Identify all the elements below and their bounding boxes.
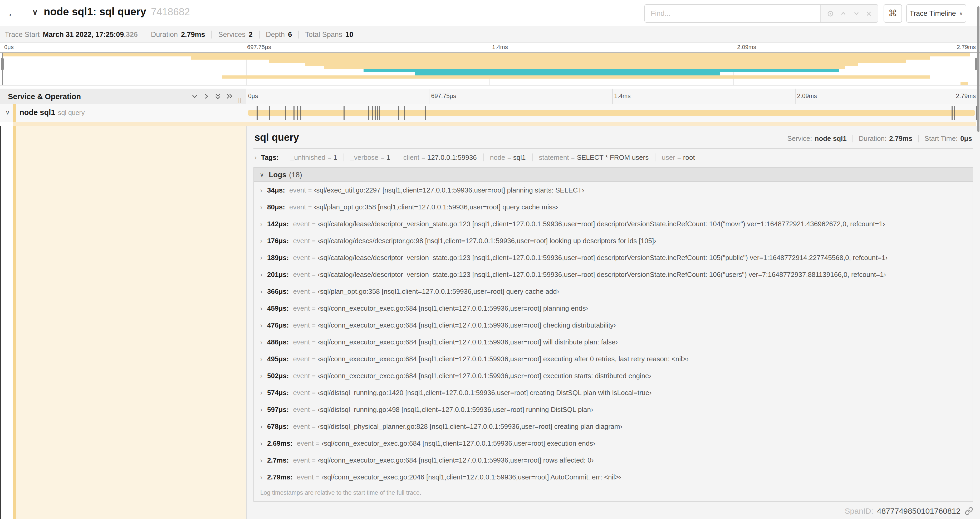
span-service-name[interactable]: node sql1 <box>19 108 55 117</box>
log-entry-row[interactable]: ›34μs:event=‹sql/exec_util.go:2297 [nsql… <box>254 182 973 199</box>
tag-item[interactable]: user=root <box>655 153 701 161</box>
tags-accordion[interactable]: › Tags: _unfinished=1_verbose=1client=12… <box>253 149 973 166</box>
log-entry-row[interactable]: ›476μs:event=‹sql/conn_executor_exec.go:… <box>254 317 973 334</box>
page-title: node sql1: sql query7418682 <box>44 6 190 18</box>
log-entry-row[interactable]: ›502μs:event=‹sql/conn_executor_exec.go:… <box>254 367 973 385</box>
log-entry-row[interactable]: ›678μs:event=‹sql/distsql_physical_plann… <box>254 418 973 435</box>
locate-icon[interactable] <box>827 10 834 17</box>
find-input[interactable] <box>645 5 820 22</box>
log-value: ‹sql/conn_executor_exec.go:684 [nsql1,cl… <box>318 355 689 363</box>
log-event-marker[interactable] <box>297 106 298 120</box>
log-event-marker[interactable] <box>368 106 369 120</box>
logs-header[interactable]: ∨ Logs (18) <box>254 168 973 182</box>
log-entry-row[interactable]: ›2.7ms:event=‹sql/conn_executor_exec.go:… <box>254 452 973 469</box>
log-value: ‹sql/conn_executor_exec.go:684 [nsql1,cl… <box>318 456 593 464</box>
log-entry-row[interactable]: ›80μs:event=‹sql/plan_opt.go:358 [nsql1,… <box>254 199 973 216</box>
log-entry-row[interactable]: ›2.79ms:event=‹sql/conn_executor_exec.go… <box>254 469 973 486</box>
log-event-marker[interactable] <box>372 106 373 120</box>
chevron-down-icon[interactable] <box>853 10 860 17</box>
equals-sign: = <box>312 305 316 312</box>
page-scrollbar-thumb[interactable] <box>977 6 980 132</box>
log-event-marker[interactable] <box>976 106 977 120</box>
clear-icon[interactable] <box>865 10 872 17</box>
chevron-right-icon: › <box>255 153 257 161</box>
log-entry-row[interactable]: ›486μs:event=‹sql/conn_executor_exec.go:… <box>254 334 973 351</box>
log-value: ‹sql/conn_executor_exec.go:2046 [nsql1,c… <box>322 473 622 481</box>
timeline-tick-label: 0μs <box>248 93 258 99</box>
span-row[interactable]: ∨ node sql1 sql query <box>0 104 980 122</box>
log-event-marker[interactable] <box>344 106 345 120</box>
log-entry-row[interactable]: ›2.69ms:event=‹sql/conn_executor_exec.go… <box>254 435 973 452</box>
minimap-span-graph[interactable] <box>0 52 980 85</box>
overview-separator <box>918 135 919 142</box>
keyboard-shortcuts-button[interactable]: ⌘ <box>884 4 902 23</box>
log-entry-row[interactable]: ›459μs:event=‹sql/conn_executor_exec.go:… <box>254 300 973 317</box>
expanded-row-tint <box>16 126 246 519</box>
minimap-right-grabber[interactable] <box>975 58 977 70</box>
log-event-marker[interactable] <box>379 106 380 120</box>
log-event-marker[interactable] <box>294 106 295 120</box>
back-button[interactable]: ← <box>0 0 25 26</box>
log-event-marker[interactable] <box>398 106 399 120</box>
summary-value: March 31 2022, 17:25:09.326 <box>43 30 138 38</box>
chevron-right-icon: › <box>260 474 262 481</box>
log-timestamp: 189μs: <box>267 254 289 262</box>
chevron-right-icon: › <box>260 220 262 228</box>
minimap-left-grabber[interactable] <box>1 58 4 70</box>
link-icon[interactable] <box>965 506 973 515</box>
tag-item[interactable]: node=sql1 <box>483 153 532 161</box>
collapse-one-icon[interactable] <box>191 92 199 100</box>
tag-key: statement <box>539 153 569 161</box>
log-event-marker[interactable] <box>404 106 405 120</box>
log-event-marker[interactable] <box>375 106 376 120</box>
log-event-marker[interactable] <box>955 106 956 120</box>
log-entry-row[interactable]: ›574μs:event=‹sql/distsql_running.go:142… <box>254 385 973 401</box>
tags-label: Tags: <box>261 153 279 161</box>
tag-item[interactable]: client=127.0.0.1:59936 <box>396 153 483 161</box>
expand-one-icon[interactable] <box>202 92 210 100</box>
log-entry-row[interactable]: ›597μs:event=‹sql/distsql_running.go:498… <box>254 401 973 418</box>
log-timestamp: 678μs: <box>267 423 289 430</box>
tag-item[interactable]: _verbose=1 <box>344 153 396 161</box>
log-event-marker[interactable] <box>952 106 953 120</box>
collapse-all-icon[interactable] <box>214 92 222 100</box>
chevron-down-icon[interactable]: ∨ <box>5 109 10 116</box>
chevron-down-icon[interactable]: ∨ <box>32 7 38 17</box>
log-entry-row[interactable]: ›201μs:event=‹sql/catalog/lease/descript… <box>254 267 973 283</box>
span-duration-bar[interactable] <box>248 110 975 116</box>
log-value: ‹sql/conn_executor_exec.go:684 [nsql1,cl… <box>318 321 616 329</box>
span-bar-track[interactable] <box>246 104 976 122</box>
log-event-marker[interactable] <box>300 106 301 120</box>
tag-item[interactable]: _unfinished=1 <box>284 153 344 161</box>
chevron-up-icon[interactable] <box>840 10 847 17</box>
log-entry-row[interactable]: ›495μs:event=‹sql/conn_executor_exec.go:… <box>254 351 973 367</box>
minimap-left-handle[interactable] <box>2 53 3 85</box>
minimap-span-bar <box>2 53 970 56</box>
trace-view-select[interactable]: Trace Timeline∨ <box>906 4 966 23</box>
log-timestamp: 495μs: <box>267 355 289 363</box>
collapse-controls <box>191 92 234 100</box>
summary-separator <box>212 30 212 38</box>
log-event-marker[interactable] <box>377 106 378 120</box>
log-entry-row[interactable]: ›176μs:event=‹sql/catalog/descs/descript… <box>254 233 973 249</box>
minimap-span-bar <box>269 60 906 63</box>
equals-sign: = <box>316 474 319 481</box>
tag-key: _verbose <box>350 153 379 161</box>
minimap-canvas[interactable] <box>2 53 977 85</box>
log-entry-row[interactable]: ›366μs:event=‹sql/plan_opt.go:358 [nsql1… <box>254 283 973 300</box>
minimap-right-handle[interactable] <box>976 53 976 85</box>
log-entry-row[interactable]: ›142μs:event=‹sql/catalog/lease/descript… <box>254 216 973 233</box>
chevron-down-icon: ∨ <box>260 171 264 178</box>
log-key: event <box>293 254 310 262</box>
expand-all-icon[interactable] <box>226 92 234 100</box>
log-event-marker[interactable] <box>269 106 269 120</box>
log-event-marker[interactable] <box>285 106 286 120</box>
equals-sign: = <box>571 154 575 161</box>
log-event-marker[interactable] <box>256 106 258 120</box>
log-event-marker[interactable] <box>425 106 426 120</box>
panel-splitter-handle[interactable]: || <box>238 97 242 103</box>
log-entry-row[interactable]: ›189μs:event=‹sql/catalog/lease/descript… <box>254 249 973 267</box>
log-value: ‹sql/conn_executor_exec.go:684 [nsql1,cl… <box>322 439 595 447</box>
equals-sign: = <box>312 339 316 346</box>
tag-item[interactable]: statement=SELECT * FROM users <box>532 153 655 161</box>
